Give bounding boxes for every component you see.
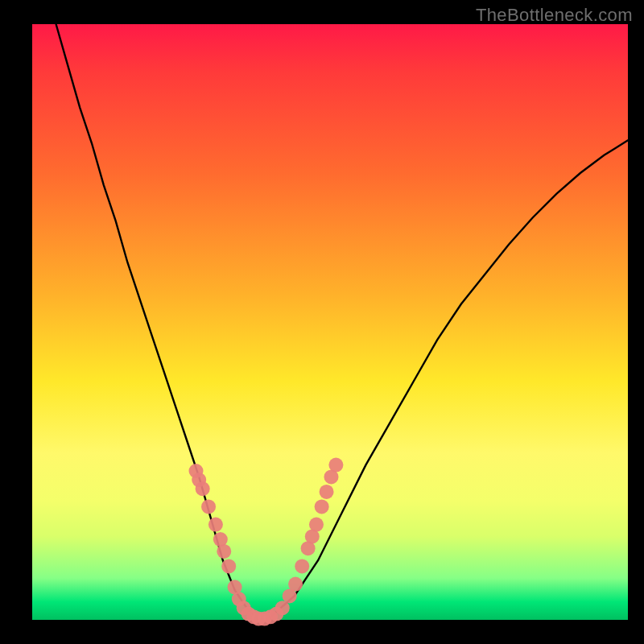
curve-marker — [320, 485, 334, 499]
curve-markers — [189, 458, 344, 626]
chart-frame: TheBottleneck.com — [0, 0, 644, 644]
plot-area — [32, 24, 628, 620]
curve-marker — [315, 499, 329, 514]
chart-svg — [32, 24, 628, 620]
bottleneck-curve — [56, 24, 628, 620]
curve-marker — [196, 481, 210, 496]
curve-marker — [328, 458, 343, 473]
curve-marker — [288, 577, 303, 592]
watermark-text: TheBottleneck.com — [476, 5, 633, 26]
curve-marker — [201, 499, 216, 514]
curve-marker — [208, 518, 223, 532]
curve-marker — [221, 559, 236, 573]
curve-marker — [217, 544, 231, 559]
curve-marker — [309, 518, 324, 532]
curve-marker — [295, 559, 309, 573]
